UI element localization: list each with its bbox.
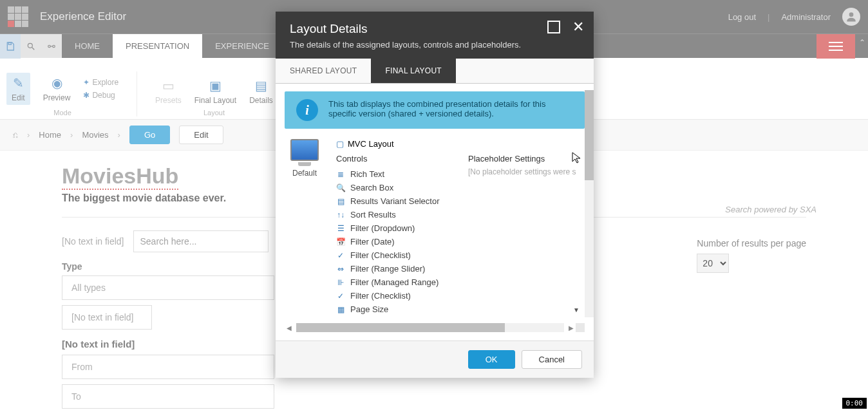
modal-subtitle: The details of the assigned layouts, con… — [290, 40, 580, 50]
control-rich-text[interactable]: ≣Rich Text — [336, 167, 453, 181]
control-filter-managed[interactable]: ⊪Filter (Managed Range) — [336, 275, 453, 289]
info-banner: i This tab displays the combined present… — [285, 91, 585, 129]
vertical-scrollbar[interactable] — [585, 90, 594, 317]
calendar-icon: 📅 — [336, 238, 345, 247]
tab-shared-layout[interactable]: SHARED LAYOUT — [276, 59, 371, 83]
placeholder-heading: Placeholder Settings — [468, 154, 585, 163]
scroll-track[interactable] — [296, 323, 564, 332]
control-filter-dropdown[interactable]: ☰Filter (Dropdown) — [336, 221, 453, 235]
scroll-left-icon[interactable]: ◀ — [285, 324, 294, 331]
control-filter-checklist[interactable]: ✓Filter (Checklist) — [336, 248, 453, 262]
control-sort-results[interactable]: ↑↓Sort Results — [336, 208, 453, 221]
pagesize-icon: ▦ — [336, 305, 345, 314]
chevron-down-icon[interactable]: ▼ — [573, 306, 580, 313]
placeholder-empty: [No placeholder settings were s — [468, 167, 585, 176]
variant-icon: ▤ — [336, 197, 345, 206]
scroll-corner — [576, 323, 585, 332]
timer-badge: 0:00 — [842, 398, 867, 409]
checklist-icon: ✓ — [336, 251, 345, 260]
richtext-icon: ≣ — [336, 170, 345, 179]
modal-footer: OK Cancel — [276, 340, 594, 378]
range-icon: ⇔ — [336, 265, 345, 274]
layout-details-dialog: Layout Details The details of the assign… — [276, 12, 594, 378]
modal-header: Layout Details The details of the assign… — [276, 12, 594, 59]
info-text: This tab displays the combined presentat… — [328, 99, 573, 118]
control-filter-date[interactable]: 📅Filter (Date) — [336, 235, 453, 248]
managed-icon: ⊪ — [336, 278, 345, 287]
monitor-icon — [290, 139, 319, 161]
modal-tabs: SHARED LAYOUT FINAL LAYOUT — [276, 59, 594, 84]
maximize-icon — [547, 21, 560, 33]
device-label[interactable]: Default — [285, 169, 325, 178]
modal-title: Layout Details — [290, 22, 580, 36]
ok-button[interactable]: OK — [468, 350, 515, 369]
layout-name: MVC Layout — [348, 139, 394, 149]
control-results-variant[interactable]: ▤Results Variant Selector — [336, 194, 453, 208]
sort-icon: ↑↓ — [336, 210, 345, 219]
scroll-right-icon[interactable]: ▶ — [567, 324, 576, 331]
tab-final-layout[interactable]: FINAL LAYOUT — [371, 59, 456, 83]
cancel-button[interactable]: Cancel — [522, 350, 582, 369]
control-search-box[interactable]: 🔍Search Box — [336, 181, 453, 194]
checklist-icon: ✓ — [336, 292, 345, 301]
control-filter-checklist2[interactable]: ✓Filter (Checklist) — [336, 289, 453, 303]
scroll-thumb[interactable] — [296, 323, 505, 332]
controls-heading: Controls — [336, 154, 453, 163]
control-page-size[interactable]: ▦Page Size — [336, 303, 453, 316]
layout-icon: ▢ — [336, 139, 344, 149]
control-filter-range[interactable]: ⇔Filter (Range Slider) — [336, 262, 453, 275]
maximize-button[interactable] — [547, 21, 560, 33]
close-button[interactable]: ✕ — [572, 21, 585, 33]
layout-name-row[interactable]: ▢ MVC Layout — [336, 139, 585, 149]
search-icon: 🔍 — [336, 183, 345, 192]
dropdown-icon: ☰ — [336, 224, 345, 233]
horizontal-scrollbar[interactable]: ◀ ▶ — [285, 322, 585, 333]
info-icon: i — [296, 99, 318, 121]
modal-body: i This tab displays the combined present… — [276, 84, 594, 340]
scrollbar-thumb[interactable] — [585, 90, 594, 180]
